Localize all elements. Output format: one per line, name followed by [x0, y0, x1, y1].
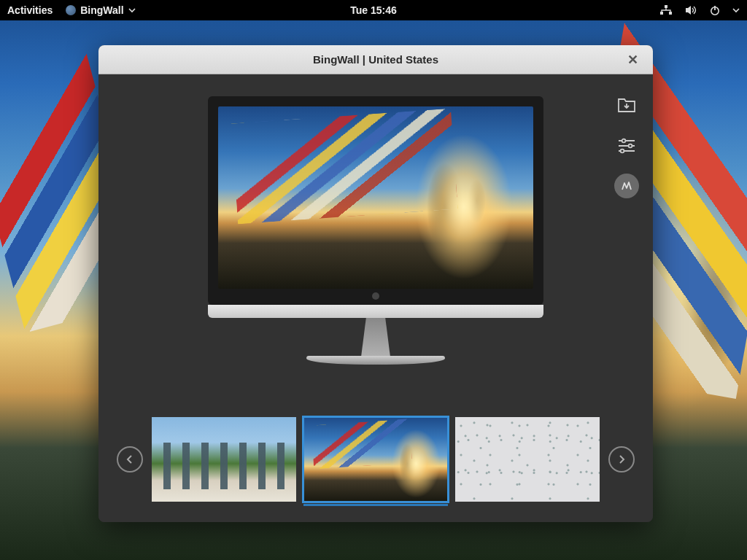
thumbnail-item[interactable]: [152, 417, 296, 502]
thumbnail-list: [152, 417, 600, 502]
monitor-chin: [208, 305, 543, 318]
close-button[interactable]: ✕: [622, 49, 644, 71]
chevron-down-icon: [128, 7, 136, 14]
clock[interactable]: Tue 15:46: [350, 4, 397, 16]
preview-area: [98, 96, 653, 365]
thumbnail-carousel: [98, 417, 653, 502]
svg-rect-1: [660, 12, 663, 15]
thumbnail-item[interactable]: [303, 417, 448, 502]
svg-rect-0: [665, 5, 667, 8]
window-titlebar[interactable]: BingWall | United States ✕: [98, 45, 653, 74]
gnome-topbar: Activities BingWall Tue 15:46: [0, 0, 747, 20]
volume-icon[interactable]: [684, 4, 697, 16]
thumbnail-item[interactable]: [455, 417, 600, 502]
bingwall-window: BingWall | United States ✕: [98, 45, 653, 522]
network-icon[interactable]: [659, 4, 673, 16]
monitor-base: [306, 356, 445, 365]
arrow-left-icon: [124, 454, 136, 465]
wallpaper-preview-image: [218, 106, 533, 289]
app-icon: [66, 5, 76, 15]
monitor-stand: [352, 318, 400, 356]
chevron-down-icon[interactable]: [732, 7, 740, 14]
power-icon[interactable]: [709, 4, 721, 16]
carousel-prev-button[interactable]: [117, 446, 143, 472]
arrow-right-icon: [616, 454, 627, 465]
activities-button[interactable]: Activities: [7, 4, 53, 16]
desktop-background: Activities BingWall Tue 15:46: [0, 0, 747, 560]
monitor-bezel: [208, 96, 543, 305]
carousel-next-button[interactable]: [608, 446, 635, 472]
window-title: BingWall | United States: [313, 53, 438, 66]
app-menu-label: BingWall: [80, 4, 123, 16]
svg-rect-2: [669, 12, 672, 15]
app-menu[interactable]: BingWall: [66, 4, 135, 16]
monitor-preview: [208, 96, 543, 365]
window-body: [98, 74, 653, 522]
